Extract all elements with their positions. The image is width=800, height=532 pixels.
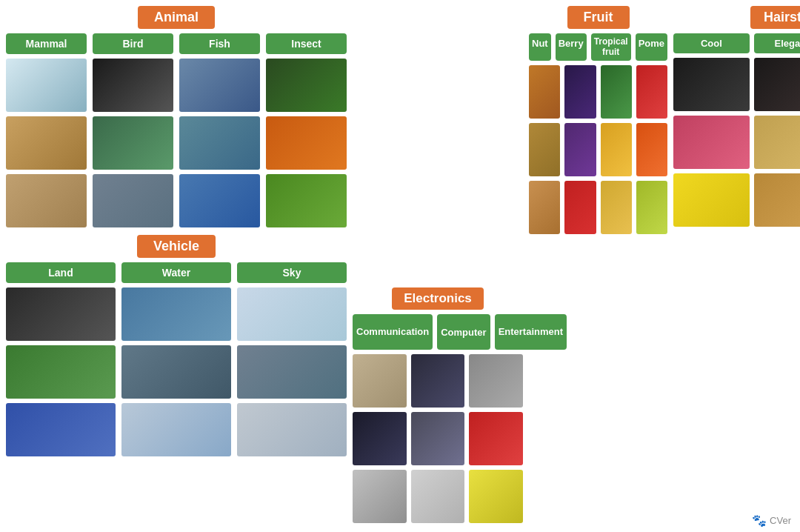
hair-images-row3	[673, 173, 800, 227]
hair-img	[673, 58, 750, 111]
watermark: 🐾 CVer	[752, 513, 791, 528]
electronics-images-row2	[353, 412, 523, 465]
animal-images-row3	[6, 174, 347, 227]
elec-img	[353, 470, 407, 523]
fruit-img	[529, 123, 560, 176]
sub-tropical: Tropical fruit	[591, 33, 631, 61]
vehicle-subheaders: Land Water Sky	[6, 262, 347, 283]
elec-img	[411, 470, 465, 523]
sub-cool: Cool	[673, 33, 750, 53]
animal-img	[266, 174, 347, 227]
hair-images-row2	[673, 116, 800, 169]
vehicle-img	[121, 287, 231, 341]
animal-images-row1	[6, 59, 347, 112]
sub-nut: Nut	[529, 33, 551, 61]
electronics-section: Electronics Communication Computer Enter…	[353, 287, 523, 523]
vehicle-img	[6, 345, 116, 399]
sub-mammal: Mammal	[6, 33, 87, 54]
hair-img	[754, 58, 800, 111]
fruit-subheaders: Nut Berry Tropical fruit Pome	[529, 33, 667, 61]
sub-insect: Insect	[266, 33, 347, 54]
animal-img	[6, 59, 87, 112]
sub-computer: Computer	[437, 314, 490, 350]
hairstyle-header: Hairstyle	[750, 6, 800, 29]
fruit-img	[636, 181, 667, 234]
fruit-img	[564, 65, 596, 119]
animal-img	[93, 59, 173, 112]
fruit-img	[529, 181, 560, 234]
hair-img	[673, 173, 750, 227]
watermark-icon: 🐾	[752, 513, 767, 528]
fruit-title-row: Fruit	[529, 6, 667, 29]
electronics-header: Electronics	[392, 287, 484, 310]
sub-land: Land	[6, 262, 116, 283]
vehicle-img	[121, 345, 231, 399]
animal-header: Animal	[138, 6, 215, 29]
electronics-subheaders: Communication Computer Entertainment	[353, 314, 523, 350]
fruit-img	[564, 181, 596, 234]
fruit-img	[601, 181, 632, 234]
animal-img	[179, 174, 260, 227]
hairstyle-title-row: Hairstyle	[673, 6, 800, 29]
vehicle-img	[237, 345, 347, 399]
hair-img	[754, 116, 800, 169]
sub-elegant: Elegant	[754, 33, 800, 53]
fruit-img	[529, 65, 560, 119]
vehicle-images-row3	[6, 403, 347, 456]
animal-img	[266, 116, 347, 170]
animal-images-row2	[6, 116, 347, 170]
vehicle-img	[6, 403, 116, 456]
animal-img	[93, 116, 173, 170]
hair-images-row1	[673, 58, 800, 111]
fruit-images-row1	[529, 65, 667, 119]
fruit-img	[601, 123, 632, 176]
electronics-title-row: Electronics	[353, 287, 523, 310]
sub-fish: Fish	[179, 33, 260, 54]
sub-sky: Sky	[237, 262, 347, 283]
fruit-img	[601, 65, 632, 119]
fruit-img	[636, 123, 667, 176]
fruit-header: Fruit	[567, 6, 630, 29]
animal-img	[179, 116, 260, 170]
vehicle-img	[237, 403, 347, 456]
vehicle-img	[237, 287, 347, 341]
sub-communication: Communication	[353, 314, 433, 350]
fruit-section: Fruit Nut Berry Tropical fruit Pome	[529, 6, 667, 239]
vehicle-img	[121, 403, 231, 456]
fruit-img	[564, 123, 596, 176]
animal-img	[6, 116, 87, 170]
electronics-images-row1	[353, 354, 523, 408]
animal-img	[266, 59, 347, 112]
animal-img	[6, 174, 87, 227]
sub-water: Water	[121, 262, 231, 283]
animal-section: Animal Mammal Bird Fish Insect	[6, 6, 347, 227]
fruit-img	[636, 65, 667, 119]
electronics-images-row3	[353, 470, 523, 523]
watermark-text: CVer	[770, 515, 791, 526]
sub-bird: Bird	[93, 33, 173, 54]
elec-img	[469, 470, 523, 523]
vehicle-img	[6, 287, 116, 341]
hairstyle-subheaders: Cool Elegant Mature	[673, 33, 800, 53]
sub-pome: Pome	[636, 33, 667, 61]
elec-img	[411, 354, 465, 408]
animal-img	[179, 59, 260, 112]
animal-title-row: Animal	[6, 6, 347, 29]
vehicle-title-row: Vehicle	[6, 235, 347, 258]
elec-img	[353, 412, 407, 465]
vehicle-header: Vehicle	[137, 235, 216, 258]
vehicle-images-row2	[6, 345, 347, 399]
fruit-images-row2	[529, 123, 667, 176]
hair-img	[673, 116, 750, 169]
elec-img	[411, 412, 465, 465]
hairstyle-section: Hairstyle Cool Elegant Mature	[673, 6, 800, 239]
animal-img	[93, 174, 173, 227]
animal-subheaders: Mammal Bird Fish Insect	[6, 33, 347, 54]
elec-img	[469, 412, 523, 465]
elec-img	[469, 354, 523, 408]
elec-img	[353, 354, 407, 408]
vehicle-images-row1	[6, 287, 347, 341]
fruit-images-row3	[529, 181, 667, 234]
vehicle-section: Vehicle Land Water Sky	[6, 235, 347, 456]
hair-img	[754, 173, 800, 227]
